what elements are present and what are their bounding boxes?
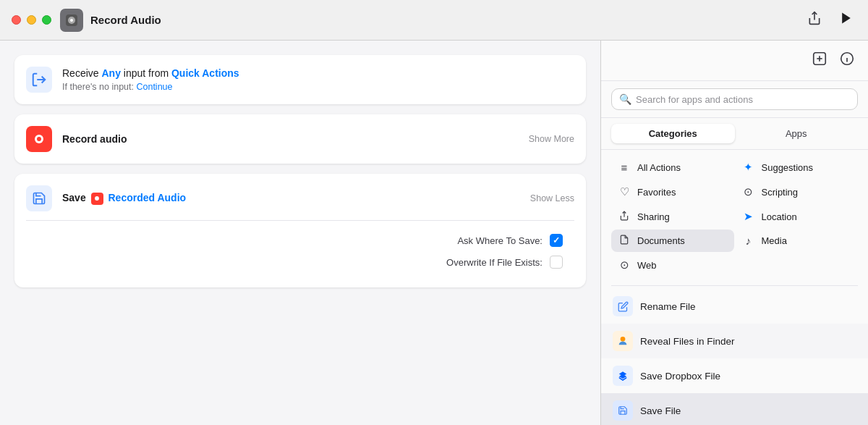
- search-icon: 🔍: [619, 93, 631, 105]
- svg-point-8: [95, 196, 99, 201]
- title-bar: Record Audio: [0, 0, 868, 41]
- sub-label: If there's no input:: [62, 82, 134, 92]
- category-web[interactable]: ⊙ Web: [611, 253, 734, 277]
- suggestions-icon: ✦: [741, 161, 756, 174]
- category-location[interactable]: ➤ Location: [736, 205, 859, 228]
- media-label: Media: [762, 235, 787, 246]
- save-header: Save Recorded Audio Show Less: [26, 185, 574, 211]
- category-all-actions[interactable]: ≡ All Actions: [611, 156, 734, 179]
- suggestions-label: Suggestions: [762, 162, 814, 173]
- any-label[interactable]: Any: [101, 67, 120, 79]
- save-keyword: Save: [62, 192, 86, 203]
- continue-link[interactable]: Continue: [136, 82, 172, 92]
- rename-file-icon: [613, 296, 633, 316]
- overwrite-checkbox[interactable]: [550, 256, 563, 269]
- web-icon: ⊙: [617, 258, 631, 272]
- save-card: Save Recorded Audio Show Less Ask Where …: [14, 174, 586, 287]
- scripting-icon: ⊙: [741, 185, 756, 198]
- input-from-label: input from: [124, 67, 169, 79]
- category-media[interactable]: ♪ Media: [736, 230, 859, 252]
- save-dropbox-icon: [613, 366, 633, 386]
- receive-label: Receive: [62, 67, 99, 79]
- overwrite-option: Overwrite If File Exists:: [38, 251, 563, 273]
- all-actions-label: All Actions: [637, 162, 681, 173]
- ask-where-label: Ask Where To Save:: [38, 235, 542, 246]
- save-label-text: Save Recorded Audio: [62, 192, 186, 205]
- ask-where-checkbox[interactable]: [550, 234, 563, 247]
- reveal-finder-label: Reveal Files in Finder: [640, 336, 735, 347]
- ask-where-option: Ask Where To Save:: [38, 230, 563, 251]
- save-divider: [26, 220, 574, 221]
- show-less-button[interactable]: Show Less: [530, 193, 574, 203]
- action-save-file[interactable]: Save File: [601, 393, 868, 425]
- play-button[interactable]: [836, 8, 856, 32]
- action-reveal-finder[interactable]: Reveal Files in Finder: [601, 324, 868, 358]
- close-button[interactable]: [12, 15, 21, 25]
- category-suggestions[interactable]: ✦ Suggestions: [736, 156, 859, 179]
- save-card-icon: [26, 185, 52, 211]
- add-to-library-button[interactable]: [810, 49, 829, 72]
- category-sharing[interactable]: Sharing: [611, 205, 734, 228]
- record-icon: [26, 126, 52, 152]
- action-save-dropbox[interactable]: Save Dropbox File: [601, 358, 868, 393]
- scripting-label: Scripting: [762, 187, 799, 198]
- main-content: Receive Any input from Quick Actions If …: [0, 41, 868, 425]
- sharing-label: Sharing: [637, 211, 670, 222]
- sharing-icon: [617, 211, 631, 223]
- show-more-button[interactable]: Show More: [529, 134, 574, 144]
- source-label[interactable]: Quick Actions: [171, 67, 239, 79]
- tab-categories[interactable]: Categories: [611, 124, 735, 143]
- receive-icon: [26, 67, 52, 93]
- receive-content: Receive Any input from Quick Actions If …: [62, 67, 574, 92]
- save-file-label: Save File: [640, 405, 681, 416]
- media-icon: ♪: [741, 235, 756, 247]
- favorites-label: Favorites: [637, 187, 676, 198]
- save-dropbox-label: Save Dropbox File: [640, 371, 720, 382]
- svg-point-16: [621, 337, 626, 342]
- category-favorites[interactable]: ♡ Favorites: [611, 180, 734, 203]
- action-list: Rename File Reveal Files in Finder Sa: [601, 289, 868, 425]
- search-box: 🔍: [611, 88, 858, 110]
- right-panel: 🔍 Categories Apps ≡ All Actions ✦ Sugges…: [600, 41, 868, 425]
- maximize-button[interactable]: [42, 15, 51, 25]
- categories-section: ≡ All Actions ✦ Suggestions ♡ Favorites …: [601, 150, 868, 282]
- share-button[interactable]: [804, 8, 825, 32]
- documents-icon: [617, 235, 631, 247]
- app-title: Record Audio: [90, 14, 804, 26]
- receive-card: Receive Any input from Quick Actions If …: [14, 55, 586, 104]
- save-value-label[interactable]: Recorded Audio: [108, 192, 186, 203]
- receive-main: Receive Any input from Quick Actions: [62, 67, 574, 79]
- save-file-icon: [613, 400, 633, 421]
- title-actions: [804, 8, 856, 32]
- save-audio-icon-inline: [91, 193, 103, 205]
- app-icon: [60, 9, 83, 32]
- tabs-row: Categories Apps: [601, 118, 868, 150]
- overwrite-label: Overwrite If File Exists:: [38, 257, 542, 268]
- minimize-button[interactable]: [27, 15, 36, 25]
- receive-sub: If there's no input: Continue: [62, 82, 574, 92]
- location-icon: ➤: [741, 210, 756, 223]
- action-rename-file[interactable]: Rename File: [601, 289, 868, 324]
- category-documents[interactable]: Documents: [611, 230, 734, 252]
- location-label: Location: [762, 211, 797, 222]
- svg-point-7: [37, 137, 41, 141]
- left-panel: Receive Any input from Quick Actions If …: [0, 41, 600, 425]
- all-actions-icon: ≡: [617, 161, 631, 174]
- search-input[interactable]: [636, 94, 850, 105]
- rename-file-label: Rename File: [640, 301, 696, 312]
- right-top-bar: [601, 41, 868, 81]
- record-label: Record audio: [62, 133, 519, 145]
- traffic-lights: [12, 15, 51, 25]
- record-audio-card: Record audio Show More: [14, 114, 586, 164]
- tab-apps[interactable]: Apps: [735, 124, 859, 143]
- category-scripting[interactable]: ⊙ Scripting: [736, 180, 859, 203]
- section-divider: [611, 285, 858, 286]
- reveal-finder-icon: [613, 331, 633, 351]
- info-button[interactable]: [838, 49, 856, 72]
- documents-label: Documents: [637, 235, 685, 246]
- save-options: Ask Where To Save: Overwrite If File Exi…: [26, 227, 574, 276]
- search-container: 🔍: [601, 81, 868, 118]
- svg-point-2: [70, 19, 73, 22]
- favorites-icon: ♡: [617, 185, 631, 198]
- web-label: Web: [637, 260, 657, 271]
